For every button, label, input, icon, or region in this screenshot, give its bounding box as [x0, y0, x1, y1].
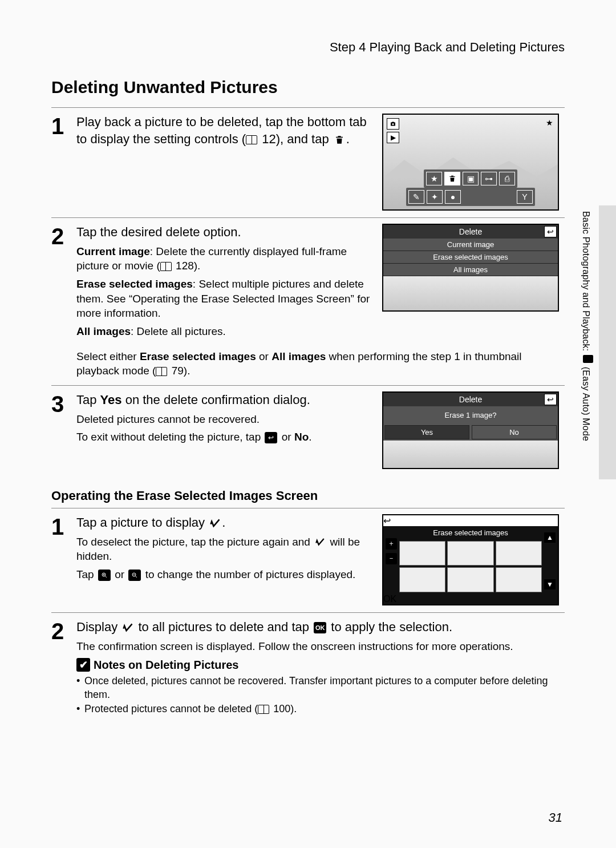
illustration-delete-menu: ↩ Delete Current image Erase selected im… [382, 224, 559, 312]
step-number: 2 [51, 619, 76, 716]
check-icon [209, 518, 221, 528]
page-title: Deleting Unwanted Pictures [51, 78, 565, 97]
voice-icon: ● [445, 190, 461, 204]
step-number: 2 [51, 224, 76, 339]
scroll-down-icon: ▼ [544, 579, 556, 589]
step-lead: Display to all pictures to delete and ta… [76, 619, 565, 636]
retouch-icon: ✦ [427, 190, 443, 204]
camera-mode-icon [387, 118, 399, 130]
print-icon: ⎙ [499, 172, 515, 185]
back-icon: ↩ [265, 432, 277, 443]
step-number: 1 [51, 114, 76, 211]
trash-icon [444, 172, 460, 185]
notes-heading: ✔ Notes on Deleting Pictures [76, 658, 565, 672]
fav-icon: ★ [426, 172, 442, 185]
step-lead: Tap the desired delete option. [76, 224, 372, 241]
slideshow-icon: ▣ [463, 172, 479, 185]
step-number: 1 [51, 514, 76, 605]
zoom-in-icon: ＋ [386, 538, 397, 550]
illustration-delete-confirm: ↩ Delete Erase 1 image? Yes No [382, 391, 559, 469]
draw-icon: ✎ [408, 190, 424, 204]
scroll-up-icon: ▲ [544, 532, 556, 543]
settings-icon: Y [517, 190, 533, 204]
ok-button-icon: OK [383, 594, 558, 604]
step-lead: Tap a picture to display . [76, 514, 372, 531]
zoom-out-icon: － [386, 553, 397, 564]
page-number: 31 [549, 810, 562, 825]
step-number: 3 [51, 391, 76, 469]
manual-ref-icon [258, 705, 270, 714]
illustration-playback: ★ ▶ ★ ▣ ⊶ ⎙ ✎ ✦ [382, 114, 559, 211]
illustration-erase-selected: ↩ Erase selected images ＋ － ▲ ▼ OK [382, 514, 559, 605]
back-icon: ↩ [544, 226, 557, 237]
trash-icon [334, 135, 345, 145]
step-lead: Play back a picture to be deleted, tap t… [76, 114, 372, 147]
back-icon: ↩ [544, 394, 557, 405]
check-icon [314, 537, 326, 547]
zoom-out-icon [128, 570, 141, 581]
check-icon [122, 623, 133, 633]
step-lead: Tap Yes on the delete confirmation dialo… [76, 391, 372, 409]
note-item: Protected pictures cannot be deleted ( 1… [76, 702, 565, 716]
protect-icon: ⊶ [481, 172, 497, 185]
manual-ref-icon [246, 135, 258, 144]
manual-ref-icon [160, 262, 173, 271]
svg-point-0 [392, 123, 394, 125]
zoom-in-icon [98, 570, 111, 581]
note-item: Once deleted, pictures cannot be recover… [76, 674, 565, 702]
running-head: Step 4 Playing Back and Deleting Picture… [51, 40, 565, 55]
back-icon: ↩ [383, 515, 558, 526]
subsection-title: Operating the Erase Selected Images Scre… [51, 488, 565, 503]
manual-ref-icon [156, 367, 168, 376]
caution-icon: ✔ [76, 658, 90, 672]
ok-icon: OK [314, 622, 326, 633]
play-mode-icon: ▶ [387, 132, 399, 143]
star-icon: ★ [546, 118, 553, 127]
